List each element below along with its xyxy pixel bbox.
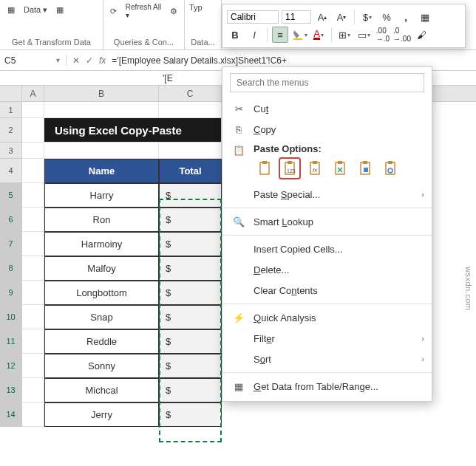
name-box[interactable]: C5 ▼ — [0, 55, 67, 66]
center-align-icon[interactable]: ≡ — [272, 27, 288, 43]
table-header-total[interactable]: Total — [159, 159, 222, 183]
refresh-dropdown[interactable]: Refresh All ▾ — [126, 3, 162, 19]
col-header-b[interactable]: B — [44, 86, 159, 101]
increase-decimal-icon[interactable]: .0→.00 — [394, 27, 410, 43]
italic-icon[interactable]: I — [246, 27, 262, 43]
menu-smart-lookup[interactable]: 🔍 Smart Lookup — [222, 211, 432, 232]
font-size-selector[interactable] — [282, 10, 311, 24]
cell[interactable] — [22, 232, 44, 256]
cell[interactable] — [22, 354, 44, 378]
row-header[interactable]: 2 — [0, 118, 22, 143]
cell-name[interactable]: Ron — [44, 208, 159, 232]
cell-name[interactable]: Jerry — [44, 402, 159, 427]
decrease-decimal-icon[interactable]: .00→.0 — [375, 27, 391, 43]
cell-name[interactable]: Longbottom — [44, 281, 159, 305]
cell[interactable] — [159, 102, 222, 118]
cancel-icon[interactable]: ✕ — [72, 55, 80, 66]
refresh-icon[interactable]: ⟳ — [108, 4, 120, 18]
fx-icon[interactable]: fx — [99, 55, 106, 66]
cell[interactable] — [159, 143, 222, 159]
cell[interactable] — [22, 402, 44, 427]
cell-total[interactable]: $ — [159, 232, 222, 256]
cell-total[interactable]: $ — [159, 305, 222, 329]
cell-total[interactable]: $ — [159, 354, 222, 378]
sheet-title[interactable]: Using Excel Copy-Paste — [44, 118, 222, 143]
paste-formulas-icon[interactable]: fx — [304, 157, 326, 179]
row-header[interactable]: 5 — [0, 183, 22, 208]
cell-total[interactable]: $ — [159, 402, 222, 427]
row-header[interactable]: 4 — [0, 159, 22, 183]
table-icon[interactable]: ▦ — [53, 3, 67, 16]
accept-icon[interactable]: ✓ — [86, 55, 93, 66]
data-dropdown[interactable]: Data ▾ — [24, 5, 47, 15]
row-header[interactable]: 13 — [0, 378, 22, 402]
cell[interactable] — [22, 208, 44, 232]
menu-copy[interactable]: ⎘ Copy — [222, 119, 432, 140]
cell[interactable] — [22, 256, 44, 281]
cell-total[interactable]: $ — [159, 256, 222, 281]
cell-total[interactable]: $ — [159, 329, 222, 354]
row-header[interactable]: 8 — [0, 256, 22, 281]
paste-values-icon[interactable]: 123 — [279, 157, 301, 179]
row-header[interactable]: 9 — [0, 281, 22, 305]
cell-name[interactable]: Harry — [44, 183, 159, 208]
cell[interactable] — [22, 159, 44, 183]
cell[interactable] — [44, 143, 159, 159]
cell[interactable] — [22, 281, 44, 305]
borders-icon[interactable]: ⊞▾ — [336, 27, 353, 43]
conditional-format-icon[interactable]: ▦ — [417, 9, 433, 25]
cell-total[interactable]: $ — [159, 378, 222, 402]
fill-color-icon[interactable]: ▾ — [291, 27, 307, 43]
cell[interactable] — [22, 183, 44, 208]
table-header-name[interactable]: Name — [44, 159, 159, 183]
row-header[interactable]: 6 — [0, 208, 22, 232]
row-header[interactable]: 3 — [0, 143, 22, 159]
cell-name[interactable]: Malfoy — [44, 256, 159, 281]
cell-name[interactable]: Michcal — [44, 378, 159, 402]
paste-link-icon[interactable] — [379, 157, 401, 179]
percent-format-icon[interactable]: % — [378, 9, 395, 25]
cell-total[interactable]: $ — [159, 183, 222, 208]
menu-delete[interactable]: Delete... — [222, 259, 432, 280]
row-header[interactable]: 12 — [0, 354, 22, 378]
row-header[interactable]: 7 — [0, 232, 22, 256]
connections-icon[interactable]: ⚙ — [168, 4, 180, 18]
menu-cut[interactable]: ✂ Cut — [222, 98, 432, 119]
row-header[interactable]: 11 — [0, 329, 22, 354]
menu-quick-analysis[interactable]: ⚡ Quick Analysis — [222, 307, 432, 328]
cell-name[interactable]: Snap — [44, 305, 159, 329]
format-painter-icon[interactable]: 🖌 — [413, 27, 429, 43]
select-all-corner[interactable] — [0, 86, 22, 101]
cell[interactable] — [22, 118, 44, 143]
cell[interactable] — [22, 378, 44, 402]
cell-name[interactable]: Sonny — [44, 354, 159, 378]
menu-get-data-table[interactable]: ▦ Get Data from Table/Range... — [222, 376, 432, 397]
row-header[interactable]: 10 — [0, 305, 22, 329]
cell[interactable] — [22, 102, 44, 118]
col-header-a[interactable]: A — [22, 86, 44, 101]
cell[interactable] — [44, 102, 159, 118]
font-selector[interactable] — [227, 10, 279, 24]
row-header[interactable]: 1 — [0, 102, 22, 118]
cell-name[interactable]: Reddle — [44, 329, 159, 354]
paste-transpose-icon[interactable] — [329, 157, 351, 179]
col-header-c[interactable]: C — [159, 86, 222, 101]
chevron-down-icon[interactable]: ▼ — [55, 57, 61, 64]
menu-sort[interactable]: Sort › — [222, 349, 432, 369]
comma-format-icon[interactable]: , — [398, 9, 414, 25]
cell-total[interactable]: $ — [159, 281, 222, 305]
cell-name[interactable]: Harmoiny — [44, 232, 159, 256]
merge-icon[interactable]: ▭▾ — [356, 27, 372, 43]
bold-icon[interactable]: B — [227, 27, 243, 43]
formula-text[interactable]: ='[Employee Salary Details.xlsx]Sheet1'!… — [112, 55, 287, 66]
menu-paste-special[interactable]: Paste Special... › — [222, 184, 432, 205]
paste-default-icon[interactable] — [254, 157, 276, 179]
font-color-icon[interactable]: A▾ — [310, 27, 327, 43]
cell-total[interactable]: $ — [159, 208, 222, 232]
menu-insert-copied[interactable]: Insert Copied Cells... — [222, 239, 432, 259]
cell[interactable] — [22, 329, 44, 354]
accounting-format-icon[interactable]: $▾ — [359, 9, 375, 25]
menu-filter[interactable]: Filter › — [222, 328, 432, 349]
increase-font-icon[interactable]: A▴ — [314, 9, 330, 25]
paste-formatting-icon[interactable] — [354, 157, 376, 179]
